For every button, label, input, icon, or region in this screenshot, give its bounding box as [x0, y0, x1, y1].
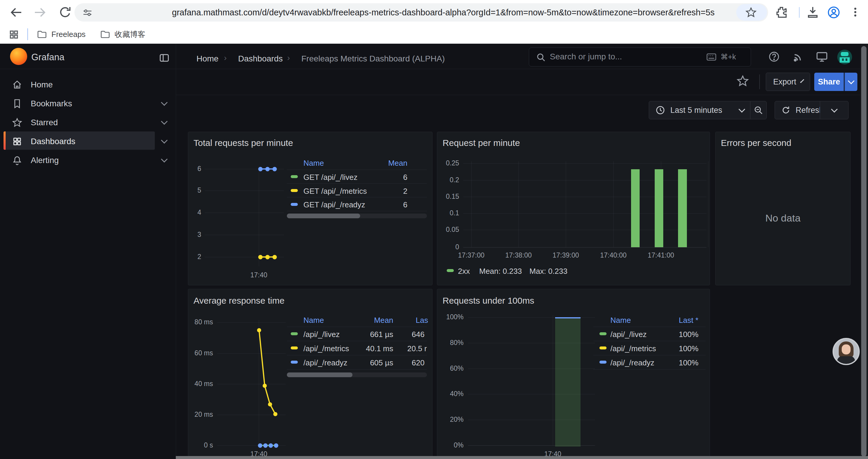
- y-tick: 60 ms: [188, 349, 213, 357]
- chevron-down-icon: [161, 156, 168, 163]
- page-scrollbar[interactable]: [860, 44, 868, 459]
- panel-title[interactable]: Average response time: [193, 296, 284, 306]
- user-avatar[interactable]: [837, 50, 852, 64]
- legend-header-name[interactable]: Name: [303, 316, 324, 325]
- y-tick: 0: [437, 243, 459, 251]
- legend-header-mean[interactable]: Mean: [349, 316, 393, 325]
- refresh-interval-button[interactable]: [820, 101, 848, 119]
- legend-value: 6: [363, 173, 407, 182]
- news-rss-icon[interactable]: [792, 50, 805, 64]
- panel-average-response-time[interactable]: Average response time 80 ms 60 ms 40 ms …: [188, 289, 433, 459]
- export-button[interactable]: Export: [766, 73, 810, 91]
- legend-scrollbar-thumb[interactable]: [287, 372, 352, 377]
- time-range-picker[interactable]: Last 5 minutes: [649, 101, 750, 119]
- legend-name[interactable]: GET /api/_/livez: [303, 173, 358, 182]
- search-input[interactable]: Search or jump to... ⌘+k: [529, 47, 751, 66]
- y-tick: 0.15: [437, 193, 459, 201]
- legend-name[interactable]: GET /api/_/readyz: [303, 200, 365, 209]
- sidebar-item-dashboards[interactable]: Dashboards: [0, 132, 176, 151]
- extensions-icon[interactable]: [775, 5, 789, 20]
- sidebar-divider: [176, 44, 176, 459]
- legend-header-last[interactable]: Las: [399, 316, 428, 325]
- legend-chip: [291, 175, 298, 178]
- panel-total-requests[interactable]: Total requests per minute 6 5 4 3 2 17:4…: [188, 132, 433, 285]
- y-tick: 3: [188, 231, 201, 239]
- chevron-down-icon: [848, 78, 855, 85]
- legend-name[interactable]: /api/_/readyz: [610, 358, 654, 367]
- sidebar-toggle-icon[interactable]: [158, 52, 170, 64]
- monitor-icon[interactable]: [815, 50, 829, 64]
- share-button[interactable]: Share: [814, 73, 844, 91]
- favorite-star-icon[interactable]: [736, 74, 749, 88]
- back-icon[interactable]: [9, 5, 23, 20]
- legend-header-last[interactable]: Last *: [654, 316, 699, 325]
- legend-header-name[interactable]: Name: [303, 159, 324, 168]
- refresh-button[interactable]: Refresh: [775, 101, 820, 119]
- horizontal-scrollbar[interactable]: [176, 456, 868, 459]
- y-tick: 2: [188, 253, 201, 261]
- breadcrumb-home[interactable]: Home: [196, 54, 219, 64]
- reload-icon[interactable]: [58, 5, 72, 20]
- y-tick: 60%: [437, 364, 464, 372]
- download-icon[interactable]: [806, 5, 820, 20]
- zoom-out-button[interactable]: [750, 101, 767, 119]
- legend-name[interactable]: /api/_/livez: [610, 330, 647, 339]
- star-icon[interactable]: [745, 6, 757, 18]
- assistant-avatar-overlay[interactable]: [833, 338, 860, 365]
- legend-mean-value: 661 µs: [349, 330, 393, 339]
- legend-header-name[interactable]: Name: [610, 316, 631, 325]
- legend-mean-value: 605 µs: [349, 358, 393, 367]
- legend-scrollbar-thumb[interactable]: [287, 214, 360, 218]
- legend-value: 6: [363, 200, 407, 209]
- bookmark-folder-freeleaps[interactable]: Freeleaps: [37, 29, 86, 40]
- site-settings-icon[interactable]: [82, 7, 93, 18]
- legend-header-mean[interactable]: Mean: [363, 159, 407, 168]
- url-text[interactable]: grafana.mathmast.com/d/deytv4rwavabkb/fr…: [172, 8, 715, 18]
- legend-mean: Mean: 0.233: [479, 267, 522, 276]
- active-item-accent: [4, 131, 6, 150]
- panel-title[interactable]: Total requests per minute: [193, 138, 293, 148]
- menu-kebab-icon[interactable]: [848, 5, 863, 20]
- legend-name[interactable]: /api/_/livez: [303, 330, 340, 339]
- sidebar-item-bookmarks[interactable]: Bookmarks: [0, 94, 176, 113]
- bookmark-folder-blogs[interactable]: 收藏博客: [100, 29, 145, 40]
- page-scrollbar-thumb[interactable]: [861, 46, 867, 457]
- legend-name[interactable]: /api/_/metrics: [303, 344, 349, 353]
- y-tick: 0.25: [437, 159, 459, 167]
- legend-chip: [291, 332, 298, 335]
- legend-value: 100%: [654, 344, 699, 353]
- help-icon[interactable]: [768, 50, 781, 64]
- legend-chip: [291, 347, 298, 350]
- legend-name[interactable]: GET /api/_/metrics: [303, 187, 367, 196]
- panel-title[interactable]: Errors per second: [721, 138, 791, 148]
- forward-icon[interactable]: [33, 5, 47, 20]
- legend-last-value: 20.5 r: [392, 344, 427, 353]
- panel-requests-under-100ms[interactable]: Requests under 100ms 100% 80% 60% 40% 20…: [437, 289, 710, 459]
- sidebar-item-home[interactable]: Home: [0, 75, 176, 94]
- export-label: Export: [773, 77, 796, 87]
- metrics-response-curve: [247, 319, 289, 425]
- url-bar[interactable]: grafana.mathmast.com/d/deytv4rwavabkb/fr…: [74, 3, 768, 22]
- breadcrumb-dashboards[interactable]: Dashboards: [238, 54, 283, 64]
- legend-name[interactable]: /api/_/readyz: [303, 358, 347, 367]
- share-menu-button[interactable]: [844, 73, 857, 91]
- home-icon: [12, 79, 23, 90]
- y-tick: 0.05: [437, 226, 459, 234]
- panel-title[interactable]: Requests under 100ms: [442, 296, 534, 306]
- sidebar-item-starred[interactable]: Starred: [0, 113, 176, 132]
- legend-mean-value: 40.1 ms: [349, 344, 393, 353]
- profile-icon[interactable]: [827, 5, 841, 20]
- sidebar-item-alerting[interactable]: Alerting: [0, 151, 176, 170]
- grafana-logo[interactable]: [10, 48, 27, 65]
- legend-name[interactable]: /api/_/metrics: [610, 344, 656, 353]
- y-tick: 20 ms: [188, 411, 213, 419]
- panel-errors-per-second[interactable]: Errors per second No data: [715, 132, 850, 285]
- y-tick: 80%: [437, 339, 464, 347]
- star-icon: [12, 117, 23, 128]
- panel-request-per-minute[interactable]: Request per minute 0.25 0.2 0.15 0.1 0.0…: [437, 132, 710, 285]
- legend-name[interactable]: 2xx: [458, 267, 470, 276]
- legend-value: 2: [363, 187, 407, 196]
- panel-title[interactable]: Request per minute: [442, 138, 520, 148]
- apps-grid-icon[interactable]: [8, 29, 20, 40]
- avatar-body: [837, 356, 855, 365]
